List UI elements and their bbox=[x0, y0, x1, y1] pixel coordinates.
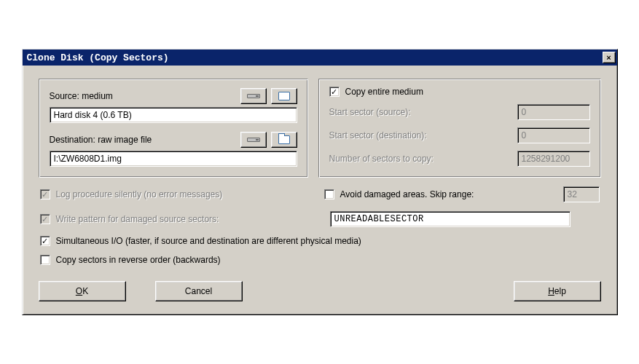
disk-icon bbox=[247, 94, 260, 98]
titlebar: Clone Disk (Copy Sectors) × bbox=[23, 50, 617, 66]
help-button[interactable]: Help bbox=[514, 281, 601, 301]
folder-icon bbox=[278, 92, 290, 100]
source-disk-button[interactable] bbox=[240, 88, 267, 104]
check-icon: ✓ bbox=[42, 215, 48, 223]
close-icon: × bbox=[606, 53, 611, 62]
dialog-content: Source: medium Hard disk 4 (0.6 TB) Dest… bbox=[23, 66, 617, 314]
copy-entire-label: Copy entire medium bbox=[345, 87, 423, 97]
reverse-check[interactable]: Copy sectors in reverse order (backwards… bbox=[40, 255, 221, 265]
cancel-button[interactable]: Cancel bbox=[155, 281, 243, 301]
reverse-label: Copy sectors in reverse order (backwards… bbox=[56, 255, 221, 265]
source-field[interactable]: Hard disk 4 (0.6 TB) bbox=[50, 107, 297, 123]
num-sectors-label: Number of sectors to copy: bbox=[329, 154, 517, 164]
check-icon: ✓ bbox=[42, 191, 48, 199]
start-source-label: Start sector (source): bbox=[329, 107, 517, 117]
source-browse-button[interactable] bbox=[271, 88, 297, 104]
destination-browse-button[interactable] bbox=[271, 132, 297, 148]
close-button[interactable]: × bbox=[603, 52, 616, 63]
window-title: Clone Disk (Copy Sectors) bbox=[27, 52, 169, 63]
simul-io-check[interactable]: ✓ Simultaneous I/O (faster, if source an… bbox=[40, 236, 361, 246]
options-area: ✓ Log procedure silently (no error messa… bbox=[39, 186, 601, 265]
start-source-field: 0 bbox=[517, 104, 590, 120]
destination-field[interactable]: I:\ZW6808D1.img bbox=[50, 151, 297, 167]
button-row: OK Cancel Help bbox=[39, 281, 601, 301]
destination-label: Destination: raw image file bbox=[50, 135, 152, 145]
source-label: Source: medium bbox=[50, 91, 113, 101]
write-pattern-check: ✓ Write pattern for damaged source secto… bbox=[40, 214, 324, 224]
pattern-field[interactable]: UNREADABLESECTOR bbox=[330, 211, 571, 227]
simul-io-label: Simultaneous I/O (faster, if source and … bbox=[56, 236, 361, 246]
avoid-damaged-label: Avoid damaged areas. Skip range: bbox=[340, 189, 474, 199]
check-icon: ✓ bbox=[331, 88, 337, 96]
skip-range-field: 32 bbox=[563, 186, 600, 202]
write-pattern-label: Write pattern for damaged source sectors… bbox=[56, 214, 219, 224]
log-silent-label: Log procedure silently (no error message… bbox=[56, 189, 223, 199]
destination-disk-button[interactable] bbox=[240, 132, 267, 148]
start-dest-label: Start sector (destination): bbox=[329, 130, 517, 141]
folder-open-icon bbox=[278, 135, 290, 144]
num-sectors-field: 1258291200 bbox=[517, 151, 590, 167]
check-icon: ✓ bbox=[42, 237, 48, 245]
source-dest-group: Source: medium Hard disk 4 (0.6 TB) Dest… bbox=[39, 79, 308, 178]
sector-range-group: ✓ Copy entire medium Start sector (sourc… bbox=[318, 79, 601, 178]
avoid-damaged-check[interactable]: Avoid damaged areas. Skip range: bbox=[324, 189, 474, 199]
disk-icon bbox=[247, 138, 260, 142]
log-silent-check: ✓ Log procedure silently (no error messa… bbox=[40, 189, 324, 199]
copy-entire-check[interactable]: ✓ Copy entire medium bbox=[329, 87, 590, 97]
dialog-window: Clone Disk (Copy Sectors) × Source: medi… bbox=[22, 49, 618, 315]
start-dest-field: 0 bbox=[517, 127, 590, 143]
ok-button[interactable]: OK bbox=[39, 281, 126, 301]
